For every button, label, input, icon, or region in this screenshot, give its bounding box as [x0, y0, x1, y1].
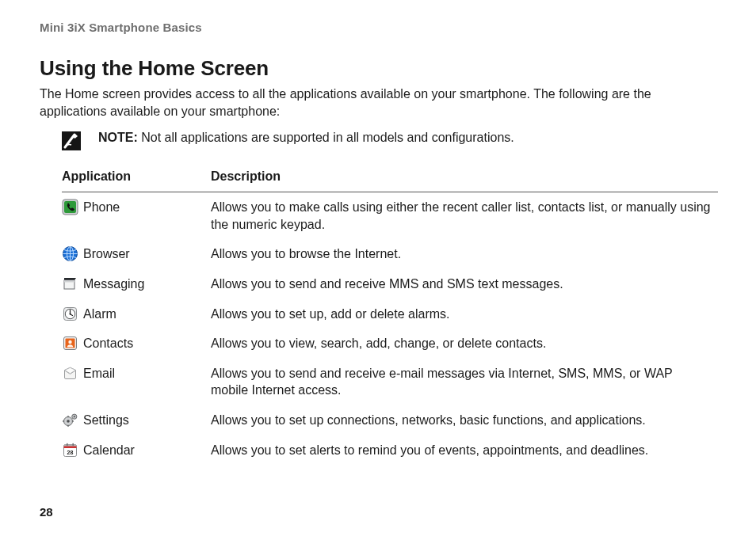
application-name: Browser	[83, 245, 130, 263]
contacts-app-icon	[62, 335, 78, 352]
application-description: Allows you to set alerts to remind you o…	[211, 435, 718, 466]
table-row: EmailAllows you to send and receive e-ma…	[62, 359, 718, 405]
application-name: Settings	[83, 412, 129, 429]
note-body: Not all applications are supported in al…	[141, 131, 514, 144]
note-icon	[62, 131, 81, 150]
page-title: Using the Home Screen	[40, 56, 718, 81]
alarm-app-icon	[62, 306, 78, 322]
application-name: Phone	[83, 199, 120, 216]
application-name: Messaging	[83, 276, 144, 293]
application-cell: Phone	[62, 199, 204, 216]
note-callout: NOTE: Not all applications are supported…	[40, 131, 718, 150]
table-row: ContactsAllows you to view, search, add,…	[62, 329, 718, 359]
application-name: Alarm	[83, 306, 116, 323]
page-number: 28	[40, 505, 53, 519]
application-description: Allows you to view, search, add, change,…	[211, 329, 718, 359]
application-description: Allows you to set up, add or delete alar…	[211, 299, 718, 329]
application-name: Calendar	[83, 442, 135, 459]
table-header-row: Application Description	[62, 165, 718, 192]
application-description: Allows you to browse the Internet.	[211, 239, 718, 269]
application-cell: Browser	[62, 245, 204, 263]
application-name: Email	[83, 365, 115, 382]
email-app-icon	[62, 365, 78, 382]
phone-app-icon	[62, 199, 78, 215]
application-cell: Messaging	[62, 276, 204, 293]
application-cell: Settings	[62, 412, 204, 429]
application-cell: Email	[62, 365, 204, 382]
section-header: Mini 3iX Smartphone Basics	[40, 21, 718, 34]
application-column-header: Application	[62, 165, 211, 192]
note-text: NOTE: Not all applications are supported…	[98, 131, 514, 145]
application-cell: Contacts	[62, 335, 204, 352]
application-description: Allows you to make calls using either th…	[211, 192, 718, 240]
application-description: Allows you to send and receive e-mail me…	[211, 359, 718, 405]
application-table: Application Description PhoneAllows you …	[62, 165, 718, 465]
document-page: Mini 3iX Smartphone Basics Using the Hom…	[0, 0, 756, 536]
description-column-header: Description	[211, 165, 718, 192]
table-row: AlarmAllows you to set up, add or delete…	[62, 299, 718, 329]
application-name: Contacts	[83, 335, 133, 352]
calendar-app-icon	[62, 442, 78, 458]
application-description: Allows you to set up connections, networ…	[211, 405, 718, 435]
table-row: PhoneAllows you to make calls using eith…	[62, 192, 718, 240]
table-row: CalendarAllows you to set alerts to remi…	[62, 435, 718, 466]
settings-app-icon	[62, 412, 78, 428]
application-cell: Alarm	[62, 306, 204, 323]
messaging-app-icon	[62, 276, 78, 292]
table-row: SettingsAllows you to set up connections…	[62, 405, 718, 435]
application-description: Allows you to send and receive MMS and S…	[211, 269, 718, 299]
table-row: BrowserAllows you to browse the Internet…	[62, 239, 718, 269]
table-row: MessagingAllows you to send and receive …	[62, 269, 718, 299]
intro-paragraph: The Home screen provides access to all t…	[40, 86, 718, 120]
note-label: NOTE:	[98, 131, 138, 144]
application-cell: Calendar	[62, 442, 204, 459]
browser-app-icon	[62, 245, 78, 262]
